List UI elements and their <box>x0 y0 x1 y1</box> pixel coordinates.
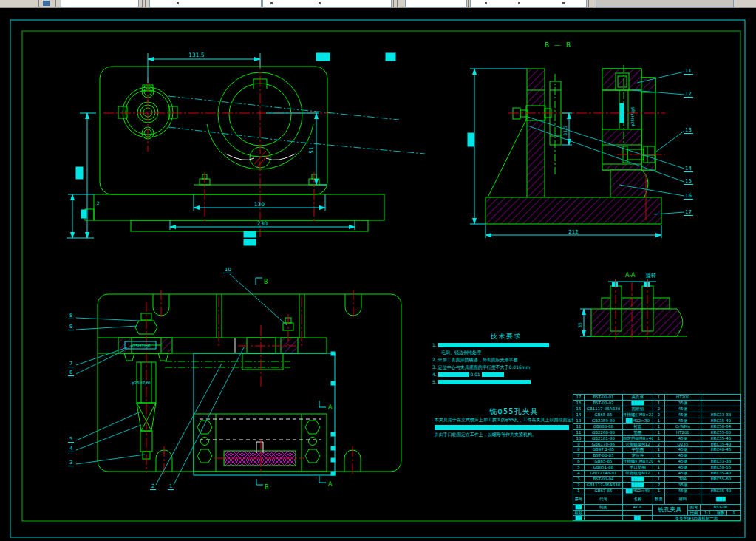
selection-grip[interactable] <box>644 282 650 287</box>
bom-cell-num: 2 <box>573 483 585 488</box>
toolbar-text-fragment <box>518 2 520 4</box>
bom-cell-mat: 45钢 <box>665 412 701 418</box>
table-row: 15 GB1117-86AB30 圆锥销 2 45钢 <box>573 406 740 412</box>
bom-cell-name: ████ <box>623 477 653 482</box>
bom-cell-note <box>701 395 740 400</box>
bom-cell-qty: 1 <box>653 465 665 470</box>
support-plate[interactable] <box>194 414 327 472</box>
bb-base[interactable] <box>486 197 661 224</box>
tech-req-item-no: 5. <box>432 379 437 384</box>
table-row: 12 GB888-88 衬套 1 CrWMn HRC58-64 <box>573 424 740 430</box>
highlighted-dimension[interactable] <box>468 133 474 146</box>
bom-cell-name: 夹具体 <box>623 395 653 400</box>
highlighted-dimension[interactable] <box>620 103 624 123</box>
bracket-column[interactable] <box>527 69 545 200</box>
weight-value: 47.8 <box>623 505 653 511</box>
parts-list-rows: 17 BST-00-01 夹具体 1 HT200 16 BST-00-02 ██… <box>573 395 740 494</box>
highlight-bar <box>482 372 504 377</box>
toolbar-combobox-2[interactable] <box>149 0 262 7</box>
highlight-bar <box>438 343 549 347</box>
selection-grip[interactable] <box>612 282 618 287</box>
bom-cell-note: HRC35-40 <box>701 489 740 494</box>
selection-grip[interactable] <box>331 381 335 385</box>
highlighted-dimension[interactable] <box>76 167 83 179</box>
table-row: 9 GB6170-86 六角螺母M12 2 Q235 HRC35-40 <box>573 442 740 448</box>
toolbar-combobox-3[interactable] <box>262 0 392 7</box>
selection-grip[interactable] <box>331 432 335 436</box>
bom-cell-note <box>701 453 740 458</box>
bom-cell-num: 15 <box>573 406 585 412</box>
bom-header-mat: 材料 <box>665 494 701 504</box>
bom-cell-qty: 1 <box>653 447 665 452</box>
aa-base-block[interactable] <box>591 309 683 336</box>
bom-cell-qty: 1 <box>653 395 665 400</box>
bom-cell-note: HRC55-60 <box>701 477 740 482</box>
highlighted-dimension[interactable] <box>386 53 395 61</box>
selection-grip[interactable] <box>331 352 335 355</box>
drawing-no: BST-00 <box>701 505 740 511</box>
bom-cell-qty: 2 <box>653 412 665 418</box>
clamp-screw-assembly[interactable] <box>124 313 168 459</box>
table-row: 8 GB97.2-85 平垫圈 1 45钢 HRC40-45 <box>573 447 740 453</box>
section-aa-rotate-label: 旋转 <box>646 273 656 279</box>
bom-cell-num: 13 <box>573 418 585 423</box>
toolbar-text-fragment <box>562 2 565 4</box>
bom-cell-name: ██M12×30 <box>623 418 653 423</box>
bom-cell-note: HRC33-38 <box>701 412 740 418</box>
bom-cell-name: ████ <box>623 483 653 488</box>
title-block-cell: ██ <box>573 516 585 520</box>
highlighted-dimension[interactable] <box>244 231 256 237</box>
front-view[interactable] <box>85 67 384 231</box>
bom-cell-name: 平垫圈 <box>623 447 653 452</box>
selection-grip[interactable] <box>331 472 335 475</box>
highlighted-dimension[interactable] <box>81 210 86 218</box>
toolbar-combobox-5[interactable] <box>470 0 587 7</box>
selection-grip[interactable] <box>331 446 335 450</box>
selection-grip[interactable] <box>331 458 335 462</box>
table-row: 4 GB/T2148-91 带肩螺母M12 1 45钢 HRC35-40 <box>573 471 740 477</box>
table-row: 17 BST-00-01 夹具体 1 HT200 <box>573 395 740 401</box>
bom-cell-qty: 1 <box>653 477 665 482</box>
tech-req-item-no: 4. <box>432 372 437 377</box>
bom-cell-note: HRC55-60 <box>701 430 740 435</box>
highlighted-dimension[interactable] <box>316 53 330 61</box>
toolbar-button[interactable] <box>38 0 56 7</box>
toolbar-button-icon <box>43 1 50 6</box>
fixture-body-outline[interactable] <box>100 67 327 194</box>
callout-7: 7 <box>68 361 74 367</box>
bom-cell-note <box>701 401 740 406</box>
bom-cell-note: HRC58-64 <box>701 424 740 429</box>
bom-cell-note: HRC35-40 <box>701 436 740 441</box>
toolbar-combobox-6[interactable] <box>596 0 734 7</box>
dim-131-5: 131.5 <box>188 52 205 58</box>
bom-cell-mat: HT200 <box>665 430 701 435</box>
highlighted-dimension[interactable] <box>244 239 256 245</box>
table-row: 7 BST-00-03 定位件 1 45钢 <box>573 453 740 459</box>
bom-cell-name: 六角螺母M12 <box>623 442 653 447</box>
bom-cell-num: 9 <box>573 442 585 447</box>
bom-cell-num: 4 <box>573 471 585 476</box>
toolbar-combobox-4[interactable] <box>405 0 467 7</box>
bom-cell-num: 17 <box>573 395 585 400</box>
callout-10: 10 <box>223 267 233 273</box>
bom-cell-name: 固定挡销M8×40 <box>623 436 653 441</box>
callout-5: 5 <box>68 436 74 443</box>
bom-cell-code: GB67-85 <box>585 489 623 494</box>
bom-cell-code: GB2359-80 <box>585 418 623 423</box>
scale-value: 1:1 <box>701 511 715 516</box>
toolbar-combobox-1[interactable] <box>61 0 139 7</box>
fixture-note: 铣φ55孔夹具 本夹具用于在立式铣床上加工拨叉的φ55孔，工件在夹具上以圆柱面定… <box>435 408 593 438</box>
parts-list-header: 序号 代号 名称 数量 材料 ███ <box>573 494 740 505</box>
bom-cell-num: 1 <box>573 489 585 494</box>
bom-cell-num: 7 <box>573 453 585 458</box>
bom-cell-name: 定位件 <box>623 453 653 458</box>
bom-cell-mat: 35钢 <box>665 483 701 488</box>
bottom-slab[interactable] <box>131 220 368 231</box>
bom-cell-note: HRC35-40 <box>701 442 740 447</box>
front-view-dim-texts: 131.5 51 130 230 2 <box>97 52 315 227</box>
table-row: 11 GB2268-80 垫圈 1 HT200 HRC55-60 <box>573 430 740 436</box>
toolbar-text-fragment <box>270 2 273 4</box>
bom-cell-name: 开槽螺钉M8×23 <box>623 412 653 418</box>
bom-cell-mat: 35钢 <box>665 401 701 406</box>
bom-cell-num: 12 <box>573 424 585 429</box>
